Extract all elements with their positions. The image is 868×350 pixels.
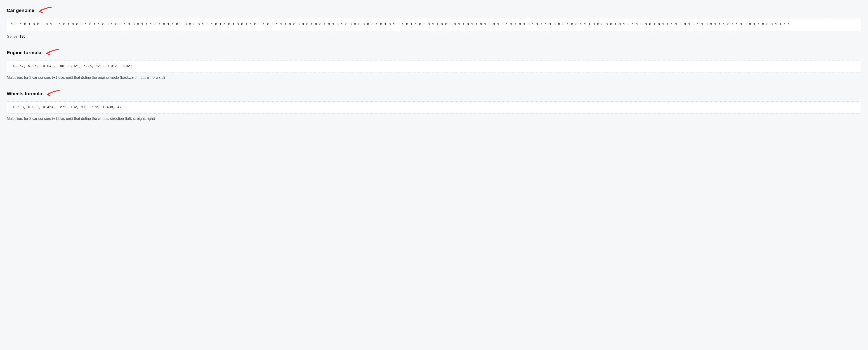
car-genome-title: Car genome — [7, 8, 34, 13]
genes-count: 180 — [20, 35, 26, 38]
arrow-icon — [37, 6, 53, 14]
car-genome-bits: 1 0 1 0 1 0 0 0 0 1 0 1 0 1 0 0 0 1 0 1 … — [7, 18, 861, 31]
engine-formula-section: Engine formula -0.257, 9.25, -0.042, -88… — [7, 48, 861, 80]
wheels-formula-heading-row: Wheels formula — [7, 90, 861, 98]
genes-label: Genes: — [7, 35, 19, 38]
arrow-icon — [44, 48, 60, 57]
genes-meta: Genes: 180 — [7, 35, 861, 39]
arrow-icon — [45, 90, 61, 98]
engine-formula-description: Multipliers for 8 car sensors (+1 bias u… — [7, 76, 861, 80]
wheels-formula-section: Wheels formula -0.593, 0.088, 0.454, -27… — [7, 90, 861, 121]
engine-formula-title: Engine formula — [7, 50, 41, 55]
car-genome-heading-row: Car genome — [7, 6, 861, 14]
engine-formula-values: -0.257, 9.25, -0.042, -88, 0.021, 6.25, … — [7, 60, 861, 72]
wheels-formula-values: -0.593, 0.088, 0.454, -272, 132, 17, -17… — [7, 101, 861, 113]
wheels-formula-description: Multipliers for 8 car sensors (+1 bias u… — [7, 117, 861, 121]
car-genome-section: Car genome 1 0 1 0 1 0 0 0 0 1 0 1 0 1 0… — [7, 6, 861, 39]
engine-formula-heading-row: Engine formula — [7, 48, 861, 57]
wheels-formula-title: Wheels formula — [7, 91, 42, 96]
